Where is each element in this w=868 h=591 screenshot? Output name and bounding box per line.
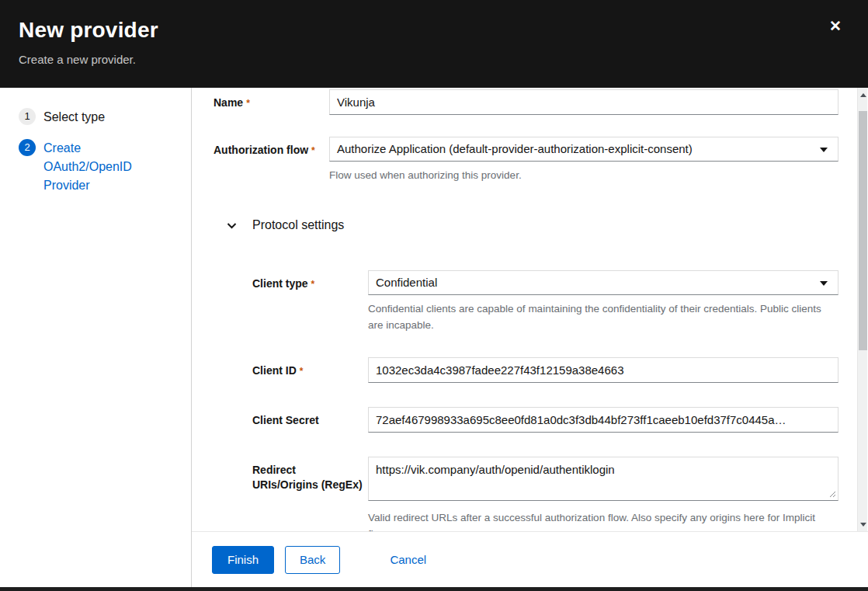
client-type-label: Client type* — [252, 270, 368, 292]
name-label: Name* — [214, 89, 329, 111]
modal-header: New provider Create a new provider. ✕ — [0, 0, 868, 88]
step-number-badge: 1 — [19, 108, 36, 125]
section-title: Protocol settings — [252, 218, 344, 232]
scroll-down-icon[interactable] — [860, 523, 866, 527]
client-type-help: Confidential clients are capable of main… — [368, 301, 838, 334]
cancel-button[interactable]: Cancel — [390, 553, 426, 566]
required-asterisk: * — [246, 98, 250, 109]
modal-body: 1 Select type 2 Create OAuth2/OpenID Pro… — [0, 88, 868, 587]
required-asterisk: * — [311, 279, 315, 290]
wizard-main: Name* Authorization flow* Au — [192, 88, 868, 587]
required-asterisk: * — [311, 145, 315, 156]
sidebar-item-label: Create OAuth2/OpenID Provider — [43, 139, 172, 195]
vertical-scrollbar[interactable] — [857, 88, 867, 531]
authorization-flow-row: Authorization flow* Authorize Applicatio… — [214, 137, 838, 184]
protocol-settings-toggle[interactable]: Protocol settings — [227, 218, 838, 232]
client-id-field[interactable] — [368, 357, 838, 383]
chevron-down-icon — [227, 218, 237, 232]
close-icon[interactable]: ✕ — [829, 19, 842, 33]
name-field[interactable] — [329, 89, 838, 115]
sidebar-item-label: Select type — [43, 108, 105, 127]
caret-down-icon — [820, 281, 828, 286]
client-id-label: Client ID* — [252, 357, 368, 379]
sidebar-item-create-provider[interactable]: 2 Create OAuth2/OpenID Provider — [19, 139, 172, 195]
modal-bottom-overlay — [0, 587, 868, 591]
client-type-row: Client type* Confidential Confidential c… — [252, 270, 838, 334]
scroll-up-icon[interactable] — [860, 93, 866, 97]
client-type-select[interactable]: Confidential — [368, 270, 838, 295]
client-secret-field[interactable] — [368, 407, 838, 433]
finish-button[interactable]: Finish — [212, 546, 274, 574]
page-subtitle: Create a new provider. — [19, 53, 849, 66]
client-secret-label: Client Secret — [252, 407, 368, 429]
name-row: Name* — [214, 89, 838, 115]
required-asterisk: * — [300, 366, 304, 377]
client-secret-row: Client Secret — [252, 407, 838, 433]
step-number-badge: 2 — [19, 139, 36, 156]
wizard-footer: Finish Back Cancel — [192, 531, 868, 587]
redirect-uris-textarea[interactable]: https://vik.company/auth/openid/authenti… — [368, 457, 838, 501]
client-id-row: Client ID* — [252, 357, 838, 383]
authorization-flow-label: Authorization flow* — [214, 137, 329, 158]
page-title: New provider — [19, 18, 849, 43]
redirect-uris-help: Valid redirect URLs after a successful a… — [368, 510, 838, 531]
new-provider-modal: New provider Create a new provider. ✕ 1 … — [0, 0, 868, 591]
back-button[interactable]: Back — [285, 546, 340, 574]
scrollbar-thumb[interactable] — [859, 111, 867, 350]
authorization-flow-select[interactable]: Authorize Application (default-provider-… — [329, 137, 838, 162]
caret-down-icon — [820, 148, 828, 152]
wizard-sidebar: 1 Select type 2 Create OAuth2/OpenID Pro… — [0, 88, 192, 587]
provider-form: Name* Authorization flow* Au — [192, 88, 868, 531]
form-scroll-area: Name* Authorization flow* Au — [192, 88, 868, 531]
authorization-flow-help: Flow used when authorizing this provider… — [329, 168, 838, 184]
redirect-uris-row: Redirect URIs/Origins (RegEx) https://vi… — [252, 457, 838, 531]
redirect-uris-label: Redirect URIs/Origins (RegEx) — [252, 457, 368, 493]
protocol-settings-group: Client type* Confidential Confidential c… — [252, 270, 838, 531]
sidebar-item-select-type[interactable]: 1 Select type — [19, 108, 172, 127]
